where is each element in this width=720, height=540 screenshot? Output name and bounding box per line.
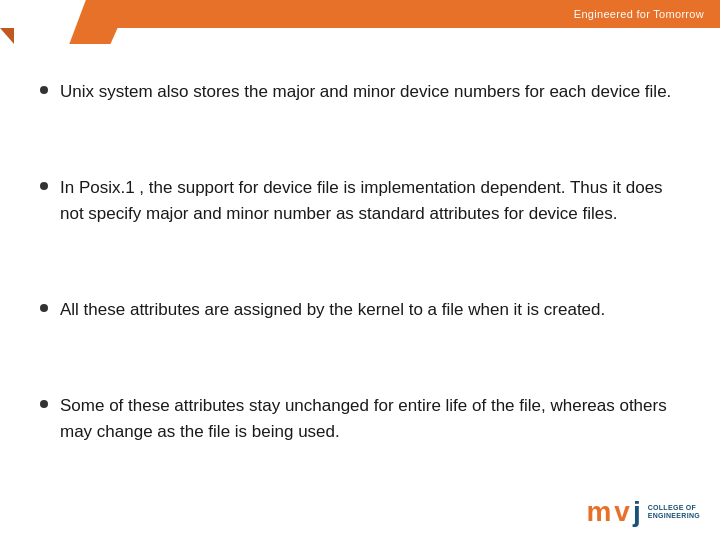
- bullet-dot: [40, 182, 48, 190]
- bullet-dot: [40, 86, 48, 94]
- main-content: Unix system also stores the major and mi…: [40, 44, 680, 480]
- logo-area: m v j COLLEGE OF ENGINEERING: [586, 498, 700, 526]
- bullet-text-1: Unix system also stores the major and mi…: [60, 79, 671, 105]
- bullet-text-3: All these attributes are assigned by the…: [60, 297, 605, 323]
- bullet-text-2: In Posix.1 , the support for device file…: [60, 175, 680, 228]
- bullet-dot: [40, 400, 48, 408]
- logo-letter-j: j: [633, 498, 640, 526]
- logo-mvj: m v j COLLEGE OF ENGINEERING: [586, 498, 700, 526]
- logo-subtitle: COLLEGE OF ENGINEERING: [648, 504, 700, 521]
- list-item: All these attributes are assigned by the…: [40, 297, 680, 323]
- logo-college-line2: ENGINEERING: [648, 512, 700, 520]
- list-item: In Posix.1 , the support for device file…: [40, 175, 680, 228]
- bullet-text-4: Some of these attributes stay unchanged …: [60, 393, 680, 446]
- list-item: Unix system also stores the major and mi…: [40, 79, 680, 105]
- bullet-dot: [40, 304, 48, 312]
- logo-letter-v: v: [614, 498, 629, 526]
- list-item: Some of these attributes stay unchanged …: [40, 393, 680, 446]
- brand-tagline: Engineered for Tomorrow: [574, 8, 704, 20]
- logo-letter-m: m: [586, 498, 610, 526]
- logo-college-line1: COLLEGE OF: [648, 504, 700, 512]
